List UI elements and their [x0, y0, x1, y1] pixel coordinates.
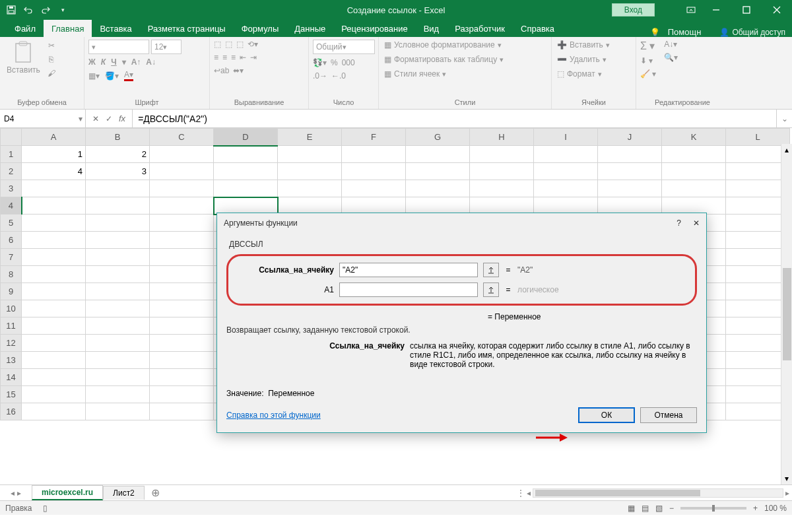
accounting-icon[interactable]: 💱▾	[313, 58, 327, 67]
arg-ref-input[interactable]: "A2"	[339, 263, 478, 277]
ok-button[interactable]: ОК	[578, 407, 635, 423]
row-header[interactable]: 2	[1, 163, 22, 180]
cell[interactable]	[150, 300, 214, 317]
cell[interactable]	[22, 249, 86, 266]
cell[interactable]	[22, 317, 86, 335]
column-header[interactable]: B	[86, 129, 150, 146]
horizontal-scrollbar[interactable]	[533, 488, 783, 498]
minimize-button[interactable]	[701, 0, 731, 20]
bold-button[interactable]: Ж	[88, 57, 96, 67]
cell[interactable]	[726, 163, 790, 180]
fill-icon[interactable]: ⬇ ▾	[640, 56, 653, 65]
decrease-font-icon[interactable]: A↓	[146, 57, 156, 67]
column-header[interactable]: D	[214, 129, 278, 146]
column-header[interactable]: H	[470, 129, 534, 146]
tab-view[interactable]: Вид	[416, 20, 447, 37]
cell[interactable]	[86, 352, 150, 369]
cell[interactable]: 3	[86, 163, 150, 180]
ribbon-options-icon[interactable]	[681, 0, 701, 20]
italic-button[interactable]: К	[101, 57, 106, 67]
cell[interactable]	[726, 403, 790, 420]
cell[interactable]: 4	[22, 163, 86, 180]
cell[interactable]	[150, 215, 214, 232]
login-button[interactable]: Вход	[612, 3, 655, 17]
cell[interactable]: 1	[22, 146, 86, 163]
cell[interactable]	[86, 283, 150, 300]
column-header[interactable]: F	[342, 129, 406, 146]
cell[interactable]	[150, 163, 214, 180]
cell[interactable]	[22, 215, 86, 232]
wrap-text-icon[interactable]: ↩ab	[214, 66, 229, 75]
indent-dec-icon[interactable]: ⇤	[240, 53, 246, 62]
cell[interactable]	[214, 146, 278, 163]
conditional-formatting-button[interactable]: ▦Условное форматирование ▾	[383, 40, 547, 50]
cancel-formula-icon[interactable]: ✕	[92, 114, 99, 123]
row-header[interactable]: 1	[1, 146, 22, 163]
cell[interactable]	[598, 197, 662, 215]
cell[interactable]	[342, 197, 406, 215]
tab-help[interactable]: Справка	[513, 20, 562, 37]
tellme-input[interactable]: Помощн	[668, 27, 702, 37]
cell[interactable]: 2	[86, 146, 150, 163]
cell[interactable]	[342, 146, 406, 163]
cell[interactable]	[406, 180, 470, 197]
cell[interactable]	[726, 335, 790, 352]
cell[interactable]	[214, 163, 278, 180]
increase-decimal-icon[interactable]: .0→	[313, 71, 327, 81]
cell[interactable]	[22, 352, 86, 369]
cell[interactable]	[726, 300, 790, 317]
cell[interactable]	[342, 180, 406, 197]
row-header[interactable]: 13	[1, 352, 22, 369]
zoom-slider[interactable]	[680, 507, 746, 510]
cell[interactable]	[86, 335, 150, 352]
cell[interactable]	[150, 369, 214, 386]
undo-icon[interactable]	[22, 4, 34, 16]
align-top-icon[interactable]: ⬚	[214, 40, 221, 49]
dialog-help-icon[interactable]: ?	[676, 218, 681, 228]
clear-icon[interactable]: 🧹 ▾	[640, 69, 656, 79]
indent-inc-icon[interactable]: ⇥	[250, 53, 257, 62]
cell[interactable]	[534, 163, 598, 180]
view-pagebreak-icon[interactable]: ▧	[655, 504, 663, 513]
format-cells-button[interactable]: ⬚Формат ▾	[556, 69, 632, 79]
cell[interactable]	[150, 249, 214, 266]
sheet-nav[interactable]: ◂ ▸	[0, 488, 32, 498]
cell[interactable]	[86, 403, 150, 420]
cell[interactable]	[150, 146, 214, 163]
sheet-tab-1[interactable]: microexcel.ru	[32, 485, 103, 500]
arg-ref-collapse-icon[interactable]	[483, 263, 499, 277]
column-header[interactable]: C	[150, 129, 214, 146]
expand-formula-icon[interactable]: ⌄	[776, 110, 792, 127]
cell[interactable]	[598, 163, 662, 180]
tab-file[interactable]: Файл	[7, 20, 44, 37]
cell[interactable]	[470, 197, 534, 215]
cell[interactable]	[150, 180, 214, 197]
cell[interactable]	[278, 197, 342, 215]
increase-font-icon[interactable]: A↑	[131, 57, 141, 67]
arg-a1-input[interactable]	[339, 283, 478, 297]
cell[interactable]	[726, 215, 790, 232]
insert-cells-button[interactable]: ➕Вставить ▾	[556, 40, 632, 50]
cell[interactable]	[150, 352, 214, 369]
cell[interactable]	[406, 146, 470, 163]
cell[interactable]	[534, 197, 598, 215]
column-header[interactable]: I	[534, 129, 598, 146]
cell[interactable]	[86, 249, 150, 266]
cell[interactable]	[22, 266, 86, 283]
cell[interactable]	[726, 266, 790, 283]
cell[interactable]	[726, 283, 790, 300]
cell[interactable]	[726, 249, 790, 266]
cell[interactable]	[726, 146, 790, 163]
font-color-icon[interactable]: A▾	[124, 70, 133, 81]
row-header[interactable]: 15	[1, 386, 22, 403]
row-header[interactable]: 16	[1, 403, 22, 420]
cell[interactable]	[150, 283, 214, 300]
cell[interactable]	[22, 180, 86, 197]
zoom-out-icon[interactable]: −	[669, 504, 674, 513]
row-header[interactable]: 9	[1, 283, 22, 300]
cell[interactable]	[726, 180, 790, 197]
find-select-icon[interactable]: 🔍▾	[664, 53, 678, 62]
cell[interactable]	[150, 386, 214, 403]
cell[interactable]	[598, 146, 662, 163]
border-icon[interactable]: ▦▾	[88, 71, 100, 81]
